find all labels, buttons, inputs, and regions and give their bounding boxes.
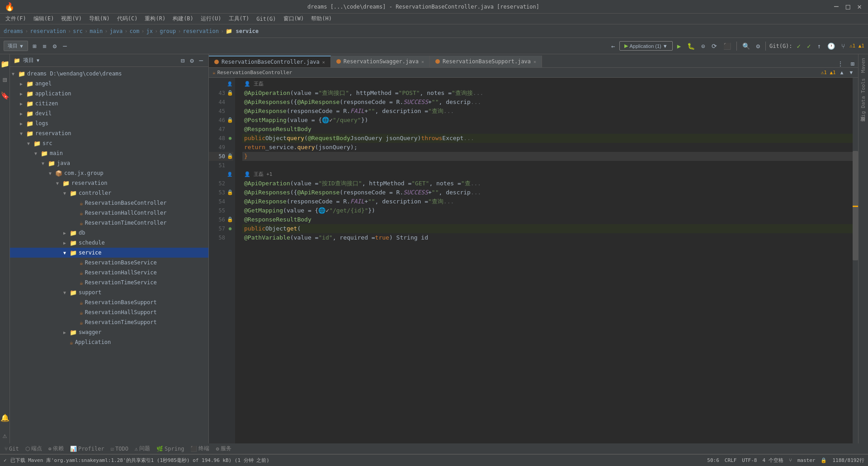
tree-item-ReservationTimeSupport[interactable]: ☕ ReservationTimeSupport [10, 317, 208, 327]
nav-main[interactable]: main [90, 28, 103, 34]
structure-icon[interactable]: ⊞ [31, 42, 38, 51]
bottom-problems[interactable]: ⚠ 问题 [132, 444, 153, 453]
git-branches-icon[interactable]: ⑂ [840, 42, 847, 51]
tree-item-schedule[interactable]: ▶ 📁 schedule [10, 238, 208, 248]
bottom-todo[interactable]: ☑ TODO [108, 445, 131, 453]
debug-button[interactable]: 🐛 [685, 42, 697, 51]
bottom-profiler[interactable]: 📊 Profiler [67, 445, 107, 453]
tree-item-ReservationBaseSupport[interactable]: ☕ ReservationBaseSupport [10, 297, 208, 307]
tab1-close[interactable]: ✕ [322, 60, 325, 65]
nav-jx[interactable]: jx [146, 28, 152, 34]
nav-java[interactable]: java [109, 28, 123, 34]
bookmark-icon[interactable]: 🔖 [0, 89, 11, 102]
sidebar-hide-icon[interactable]: ─ [198, 56, 205, 65]
tree-item-ReservationHallController[interactable]: ☕ ReservationHallController [10, 208, 208, 218]
tree-item-dreams[interactable]: ▼ 📁 dreams D:\wendang\code\dreams [10, 69, 208, 79]
menu-navigate[interactable]: 导航(N) [85, 14, 113, 24]
split-editor-icon[interactable]: ⊞ [847, 60, 858, 67]
close-button[interactable]: ✕ [855, 2, 863, 11]
scrollbar-indicator[interactable] [853, 78, 858, 443]
git-history-icon[interactable]: 🕐 [826, 42, 837, 51]
menu-git[interactable]: Git(G) [253, 15, 279, 23]
menu-tools[interactable]: 工具(T) [225, 14, 253, 24]
nav-src[interactable]: src [73, 28, 83, 34]
settings2-icon[interactable]: ⚙ [755, 42, 762, 51]
tree-item-ReservationTimeController[interactable]: ☕ ReservationTimeController [10, 218, 208, 228]
menu-refactor[interactable]: 重构(R) [141, 14, 169, 24]
maven-label[interactable]: Maven [859, 56, 867, 75]
menu-edit[interactable]: 编辑(E) [30, 14, 58, 24]
editor-scroll-up[interactable]: ▲ [839, 69, 845, 76]
notifications-icon[interactable]: 🔔 [0, 412, 11, 424]
status-branch[interactable]: master [797, 457, 816, 463]
run-button[interactable]: ▶ [675, 42, 683, 51]
monitor-label[interactable]: 监控 [859, 124, 868, 127]
tree-item-service[interactable]: ▼ 📁 service [10, 248, 208, 258]
status-charset[interactable]: UTF-8 [742, 457, 757, 463]
tree-item-main[interactable]: ▼ 📁 main [10, 148, 208, 158]
tabs-more-icon[interactable]: ⋮ [834, 60, 847, 67]
bottom-git[interactable]: ⑂ Git [2, 445, 22, 453]
maximize-button[interactable]: □ [844, 2, 852, 11]
tree-item-citizen[interactable]: ▶ 📁 citizen [10, 99, 208, 108]
menu-window[interactable]: 窗口(W) [280, 14, 308, 24]
bottom-services[interactable]: ⚙ 服务 [213, 444, 234, 453]
tab-ReservationBaseSupport[interactable]: ReservationBaseSupport.java ✕ [430, 56, 542, 67]
menu-file[interactable]: 文件(F) [2, 14, 30, 24]
tab-ReservationBaseController[interactable]: ReservationBaseController.java ✕ [209, 56, 331, 67]
tab3-close[interactable]: ✕ [533, 59, 536, 64]
back-icon[interactable]: ← [609, 42, 617, 51]
sidebar-collapse-icon[interactable]: ⊟ [179, 56, 186, 65]
tree-item-Application[interactable]: ☕ Application [10, 337, 208, 347]
status-position[interactable]: 50:6 [707, 457, 719, 463]
git-push-icon[interactable]: ↑ [815, 42, 822, 51]
git-check1[interactable]: ✓ [795, 42, 802, 51]
big-data-label[interactable]: Big Data Tools [859, 76, 867, 122]
settings-icon[interactable]: ⚙ [51, 42, 58, 51]
menu-code[interactable]: 代码(C) [113, 14, 142, 24]
tree-item-reservation[interactable]: ▼ 📁 reservation [10, 128, 208, 138]
tree-item-db[interactable]: ▶ 📁 db [10, 228, 208, 238]
tree-item-swagger[interactable]: ▶ 📁 swagger [10, 327, 208, 337]
nav-group[interactable]: group [160, 28, 176, 34]
git-check2[interactable]: ✓ [805, 42, 812, 51]
bottom-endpoints[interactable]: ⬡ 端点 [23, 444, 45, 453]
collapse-icon[interactable]: ≡ [41, 42, 48, 51]
tree-item-ReservationBaseService[interactable]: ☕ ReservationBaseService [10, 258, 208, 268]
tree-item-logs[interactable]: ▶ 📁 logs [10, 118, 208, 128]
tab2-close[interactable]: ✕ [421, 59, 424, 64]
status-crlf[interactable]: CRLF [725, 457, 737, 463]
nav-dreams[interactable]: dreams [4, 28, 23, 34]
tree-item-java[interactable]: ▼ 📁 java [10, 158, 208, 168]
menu-run[interactable]: 运行(U) [197, 14, 225, 24]
search-icon[interactable]: 🔍 [741, 42, 752, 51]
nav-reservation2[interactable]: reservation [183, 28, 218, 34]
run-config-button[interactable]: ⟳ [710, 42, 719, 51]
code-lines[interactable]: 👤 王磊 @ApiOperation ( value = "查询接口" , ht… [235, 78, 853, 443]
tree-item-controller[interactable]: ▼ 📁 controller [10, 188, 208, 198]
stop-button[interactable]: ⬛ [722, 42, 733, 51]
tab-ReservationSwagger[interactable]: ReservationSwagger.java ✕ [331, 56, 430, 67]
bottom-spring[interactable]: 🌿 Spring [154, 445, 187, 453]
tree-item-src[interactable]: ▼ 📁 src [10, 138, 208, 148]
tree-item-comjxgroup[interactable]: ▼ 📦 com.jx.group [10, 168, 208, 178]
editor-scroll-down[interactable]: ▼ [848, 69, 854, 76]
nav-com[interactable]: com [130, 28, 140, 34]
tree-item-devil[interactable]: ▶ 📁 devil [10, 108, 208, 118]
tree-item-ReservationTimeService[interactable]: ☕ ReservationTimeService [10, 278, 208, 287]
project-dropdown[interactable]: 项目 ▼ [4, 41, 28, 51]
tree-item-reservation-inner[interactable]: ▼ 📁 reservation [10, 178, 208, 188]
coverage-button[interactable]: ⊙ [699, 42, 707, 51]
menu-help[interactable]: 帮助(H) [307, 14, 335, 24]
project-icon[interactable]: 📁 [0, 58, 11, 70]
tree-item-ReservationBaseController[interactable]: ☕ ReservationBaseController [10, 198, 208, 208]
minimize-button[interactable]: ─ [832, 2, 840, 11]
tree-item-angel[interactable]: ▶ 📁 angel [10, 79, 208, 89]
bottom-terminal[interactable]: ⬛ 终端 [188, 444, 212, 453]
menu-build[interactable]: 构建(B) [169, 14, 197, 24]
tree-item-support[interactable]: ▼ 📁 support [10, 287, 208, 297]
tree-item-application[interactable]: ▶ 📁 application [10, 89, 208, 99]
bottom-dependencies[interactable]: ⊕ 依赖 [46, 444, 66, 453]
structure-left-icon[interactable]: ⊞ [1, 74, 9, 86]
editor-content[interactable]: 👤 43 🔒 44 45 46 🔒 47 [209, 78, 858, 443]
